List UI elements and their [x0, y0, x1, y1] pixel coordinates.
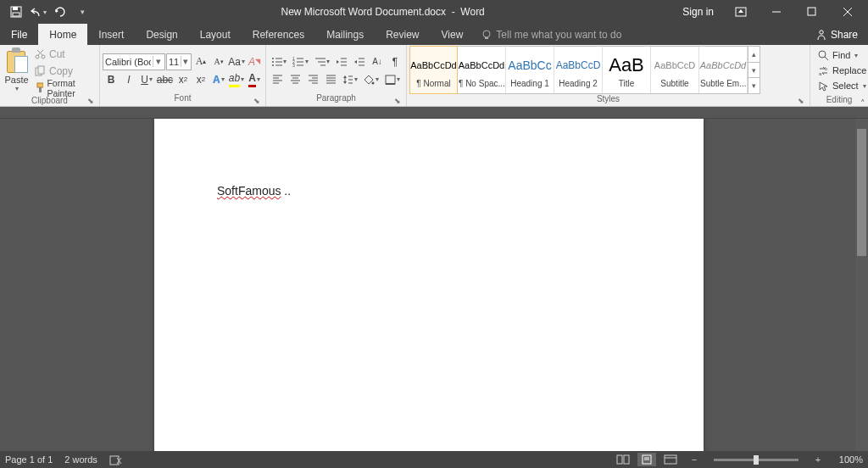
minimize-button[interactable]	[760, 0, 793, 24]
title-bar: ▾ ▾ New Microsoft Word Document.docx - W…	[0, 0, 868, 24]
svg-rect-16	[38, 66, 44, 74]
styles-dialog-launcher[interactable]: ⬊	[795, 95, 806, 106]
highlight-button[interactable]: ab▾	[228, 71, 245, 87]
tab-references[interactable]: References	[242, 24, 315, 45]
show-marks-button[interactable]: ¶	[387, 53, 403, 70]
tab-file[interactable]: File	[0, 24, 38, 45]
ribbon: Paste▾ Cut Copy Format Painter Clipboard…	[0, 45, 868, 107]
style-item-subtitle[interactable]: AaBbCcDSubtitle	[651, 47, 699, 93]
font-dialog-launcher[interactable]: ⬊	[251, 95, 262, 106]
zoom-out-button[interactable]: −	[685, 453, 704, 466]
svg-point-8	[483, 31, 490, 37]
brush-icon	[35, 82, 43, 93]
misspelled-word[interactable]: SoftFamous	[217, 184, 281, 198]
gallery-up-button[interactable]: ▴	[748, 47, 760, 63]
style-item-heading-2[interactable]: AaBbCcDHeading 2	[554, 47, 603, 93]
print-layout-button[interactable]	[637, 453, 656, 466]
vertical-scrollbar[interactable]	[855, 119, 868, 451]
scrollbar-thumb[interactable]	[857, 129, 866, 256]
zoom-level[interactable]: 100%	[832, 454, 863, 465]
decrease-indent-button[interactable]	[333, 53, 350, 70]
bullets-button[interactable]: ▾	[269, 53, 289, 70]
spellcheck-status-icon[interactable]	[109, 454, 123, 465]
redo-button[interactable]	[51, 3, 70, 21]
strikethrough-button[interactable]: abc	[156, 71, 174, 87]
document-page[interactable]: SoftFamous ..	[154, 119, 704, 451]
read-mode-button[interactable]	[614, 453, 632, 466]
zoom-slider[interactable]	[714, 459, 798, 461]
numbering-button[interactable]: 123▾	[290, 53, 310, 70]
shading-button[interactable]: ▾	[361, 71, 381, 87]
clipboard-dialog-launcher[interactable]: ⬊	[85, 95, 96, 106]
align-left-button[interactable]	[269, 71, 286, 87]
tab-layout[interactable]: Layout	[189, 24, 242, 45]
svg-line-64	[825, 57, 828, 60]
increase-indent-button[interactable]	[351, 53, 368, 70]
svg-rect-9	[485, 37, 488, 39]
tab-insert[interactable]: Insert	[87, 24, 135, 45]
svg-rect-1	[13, 7, 18, 10]
align-center-button[interactable]	[287, 71, 303, 87]
app-name: Word	[460, 6, 484, 18]
style-item-title[interactable]: AaBTitle	[603, 47, 651, 93]
copy-button[interactable]: Copy	[32, 63, 93, 79]
tab-design[interactable]: Design	[135, 24, 188, 45]
gallery-down-button[interactable]: ▾	[748, 63, 760, 79]
collapse-ribbon-button[interactable]: ˄	[860, 98, 865, 109]
multilevel-list-button[interactable]: ▾	[312, 53, 332, 70]
web-layout-button[interactable]	[661, 453, 680, 466]
grow-font-button[interactable]: A▴	[192, 53, 209, 70]
zoom-in-button[interactable]: +	[809, 453, 827, 466]
share-button[interactable]: Share	[805, 24, 868, 45]
document-workspace: SoftFamous ..	[0, 119, 868, 451]
font-color-button[interactable]: A▾	[246, 71, 263, 87]
underline-button[interactable]: U▾	[138, 71, 155, 87]
style-item-subtle-em---[interactable]: AaBbCcDdSubtle Em...	[699, 47, 748, 93]
maximize-button[interactable]	[795, 0, 829, 24]
style-item---normal[interactable]: AaBbCcDd¶ Normal	[409, 46, 458, 94]
replace-button[interactable]: abReplace	[815, 63, 868, 78]
shrink-font-button[interactable]: A▾	[210, 53, 227, 70]
sort-button[interactable]: A↓	[369, 53, 386, 70]
font-size-combo[interactable]: 11▾	[166, 53, 192, 70]
cut-button[interactable]: Cut	[32, 46, 93, 62]
line-spacing-button[interactable]: ▾	[340, 71, 360, 87]
svg-point-19	[272, 58, 274, 59]
ribbon-display-button[interactable]	[724, 0, 758, 24]
bold-button[interactable]: B	[103, 71, 120, 87]
paragraph-dialog-launcher[interactable]: ⬊	[392, 95, 403, 106]
sign-in-button[interactable]: Sign in	[674, 6, 722, 18]
svg-point-11	[36, 55, 39, 58]
tab-view[interactable]: View	[431, 24, 475, 45]
paste-button[interactable]: Paste▾	[3, 46, 31, 93]
undo-button[interactable]: ▾	[29, 3, 47, 21]
word-count[interactable]: 2 words	[64, 454, 97, 465]
tell-me-search[interactable]: Tell me what you want to do	[474, 24, 805, 45]
format-painter-button[interactable]: Format Painter	[32, 80, 97, 96]
save-button[interactable]	[7, 3, 25, 21]
subscript-button[interactable]: x2	[175, 71, 192, 87]
find-button[interactable]: Find▾	[815, 47, 868, 63]
justify-button[interactable]	[322, 71, 339, 87]
tab-home[interactable]: Home	[38, 24, 87, 45]
change-case-button[interactable]: Aa▾	[228, 53, 245, 70]
style-item-heading-1[interactable]: AaBbCcHeading 1	[506, 47, 554, 93]
svg-line-14	[37, 50, 42, 55]
align-right-button[interactable]	[304, 71, 321, 87]
clear-formatting-button[interactable]: A◥	[246, 53, 263, 70]
gallery-more-button[interactable]: ▾	[748, 78, 760, 93]
select-button[interactable]: Select▾	[815, 78, 868, 93]
italic-button[interactable]: I	[120, 71, 137, 87]
text-effects-button[interactable]: A▾	[210, 71, 227, 87]
document-text[interactable]: SoftFamous ..	[217, 184, 291, 198]
customize-qat-button[interactable]: ▾	[73, 3, 92, 21]
superscript-button[interactable]: x2	[192, 71, 209, 87]
close-button[interactable]	[831, 0, 865, 24]
page-indicator[interactable]: Page 1 of 1	[5, 454, 53, 465]
borders-button[interactable]: ▾	[382, 71, 403, 87]
font-name-combo[interactable]: Calibri (Body)▾	[103, 53, 165, 70]
share-icon	[815, 29, 827, 41]
tab-review[interactable]: Review	[375, 24, 430, 45]
style-item---no-spac---[interactable]: AaBbCcDd¶ No Spac...	[458, 47, 506, 93]
tab-mailings[interactable]: Mailings	[315, 24, 375, 45]
